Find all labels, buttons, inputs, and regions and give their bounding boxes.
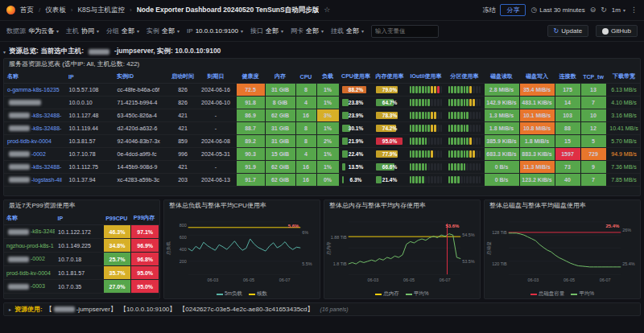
variable-value-input[interactable] [371,25,439,38]
filter-value[interactable]: 全部 [122,27,134,35]
row-header-overview[interactable]: ▾ 资源总览: 当前选中主机: -jumpserver, 实例: 10.0.0.… [3,45,641,58]
legend-item[interactable]: 5m负载 [217,290,242,298]
table-cell[interactable]: -logstash-4il [4,174,65,187]
refresh-icon[interactable]: ↻ [601,6,607,14]
freeze-button[interactable]: 冻结 [482,6,495,14]
column-header[interactable]: IP [65,70,114,84]
svg-text:200: 200 [180,259,187,264]
legend-item[interactable]: 平均% [571,290,594,298]
table-cell [445,97,484,109]
filter-value[interactable]: 华为云备 [28,27,54,35]
update-button[interactable]: ↻ Update [547,25,589,37]
column-header[interactable]: 连接数 [555,70,580,84]
bar-gauge: 23.9% [342,111,370,120]
filter-dropdown[interactable]: 分组全部▾ [106,27,139,35]
kebab-menu-icon[interactable]: ⋮ [630,6,638,14]
column-header[interactable]: 负载 [316,70,339,84]
column-header[interactable]: 名称 [4,212,56,225]
svg-text:06-03: 06-03 [207,278,218,282]
column-header[interactable]: 内存 [265,70,295,84]
breadcrumb-dashboards[interactable]: 仪表板 [45,6,66,15]
filter-dropdown[interactable]: IP10.0.0.10:9100▾ [187,27,243,35]
filter-value[interactable]: 10.0.0.10:9100 [196,27,238,35]
filter-value[interactable]: 全部 [162,27,175,35]
star-icon[interactable]: ☆ [324,6,330,14]
table-cell: 103 [555,109,580,122]
disk-chart[interactable]: 128 TiB120 TiB26%25.4%06-0306-0506-0725.… [485,212,640,290]
column-header[interactable]: 分区使用率 [445,70,484,84]
filter-dropdown[interactable]: 挂载全部▾ [331,27,364,35]
column-header[interactable]: IP [56,212,104,225]
filter-value[interactable]: 全部 [266,27,279,35]
collapsed-row-resource-usage[interactable]: ▸ 资源使用: 【-jumpserver】 【10.0.0.10:9100】 【… [3,302,641,316]
table-cell: 40 [555,174,580,187]
column-header[interactable]: CPU [295,70,316,84]
breadcrumb-folder[interactable]: K8S与主机监控 [77,6,125,15]
share-button[interactable]: 分享 [500,4,526,16]
svg-text:06-05: 06-05 [403,278,415,282]
table-cell[interactable]: -k8s-32488- [4,122,65,135]
table-cell[interactable]: prod-tidb-kv-0004 [4,135,65,148]
column-header[interactable]: 磁盘读取 [484,70,519,84]
column-header[interactable]: IOutil使用率 [407,70,445,84]
table-cell: 95.0% [373,135,407,148]
column-header[interactable]: 内存使用率 [373,70,407,84]
column-header[interactable]: TCP_tw [580,70,606,84]
filter-label: IP [187,27,193,35]
filter-label: 网卡 [291,27,303,35]
column-header[interactable]: 到期日 [196,70,236,84]
github-button[interactable]: GitHub [596,25,638,37]
column-header[interactable]: P99CPU [103,212,131,225]
table-cell[interactable]: ngzhou-prod-k8s-1 [4,239,56,253]
panel-title[interactable]: 整体总负载与整体平均CPU使用率 [164,200,320,212]
table-cell[interactable] [4,97,65,109]
panel-title[interactable]: 整体总磁盘与整体平均磁盘使用率 [485,200,640,212]
table-cell[interactable]: prod-tidb-kv-0004 [4,266,56,280]
table-cell: 62 GiB [265,174,295,187]
table-cell[interactable]: -0002 [4,253,56,266]
table-cell[interactable]: -0002 [4,148,65,161]
table-cell: 96.8% [131,253,159,266]
time-range-picker[interactable]: ◷ Last 30 minutes [530,6,584,14]
column-header[interactable]: CPU使用率 [339,70,373,84]
table-cell [407,122,445,135]
panel-title[interactable]: 服务器资源总览表 (选中IP: All, 主机总数: 422) [4,59,640,70]
filter-dropdown[interactable]: 主机协同▾ [66,27,99,35]
table-cell[interactable]: -k8s-32488- [4,161,65,174]
breadcrumb-home[interactable]: 首页 [20,6,34,15]
filter-dropdown[interactable]: 网卡全部▾ [291,27,324,35]
column-header[interactable]: P99内存 [131,212,159,225]
table-cell[interactable]: o-gamma-k8s-16235 [4,84,65,97]
filter-dropdown[interactable]: 接口全部▾ [250,27,283,35]
filter-value[interactable]: 全部 [306,27,319,35]
load-cpu-chart[interactable]: 8006004002006%5.5%06-0306-0506-075.6%总负载 [164,212,320,290]
table-cell: 91.8 [236,97,265,109]
table-cell: 35.7% [103,266,131,280]
table-cell: 25.7% [103,253,131,266]
column-header[interactable]: 名称 [4,70,65,84]
column-header[interactable]: 启动时间 [170,70,196,84]
legend-item[interactable]: 总内存 [375,290,399,298]
table-cell: 66.6% [373,161,407,174]
table-cell[interactable]: -k8s-32488- [4,109,65,122]
filter-value[interactable]: 全部 [346,27,359,35]
column-header[interactable]: 实例ID [114,70,170,84]
column-header[interactable]: 磁盘写入 [519,70,555,84]
filter-dropdown[interactable]: 实例全部▾ [147,27,180,35]
panel-title[interactable]: 整体总内存与整体平均内存使用率 [324,200,480,212]
zoom-out-icon[interactable]: ⊖ [590,6,597,14]
column-header[interactable]: 健康度 [236,70,265,84]
table-cell[interactable]: -k8s-32488 [4,225,56,239]
legend-item[interactable]: 核数 [249,290,267,298]
grafana-logo-icon[interactable] [6,6,15,14]
panel-title[interactable]: 最近7天P99资源使用率 [4,200,159,212]
refresh-interval-dropdown[interactable]: 1m ▾ [612,6,625,14]
table-cell[interactable]: -0003 [4,280,56,294]
legend-item[interactable]: 总磁盘容量 [530,290,565,298]
filter-value[interactable]: 协同 [81,27,94,35]
memory-chart[interactable]: 1.88 TiB1.8 TiB54.5%53.5%06-0306-0506-07… [324,212,480,290]
filter-dropdown[interactable]: 数据源华为云备▾ [6,27,59,35]
legend-item[interactable]: 平均% [406,290,429,298]
column-header[interactable]: 下载带宽 [606,70,641,84]
table-cell: 729 [580,148,606,161]
